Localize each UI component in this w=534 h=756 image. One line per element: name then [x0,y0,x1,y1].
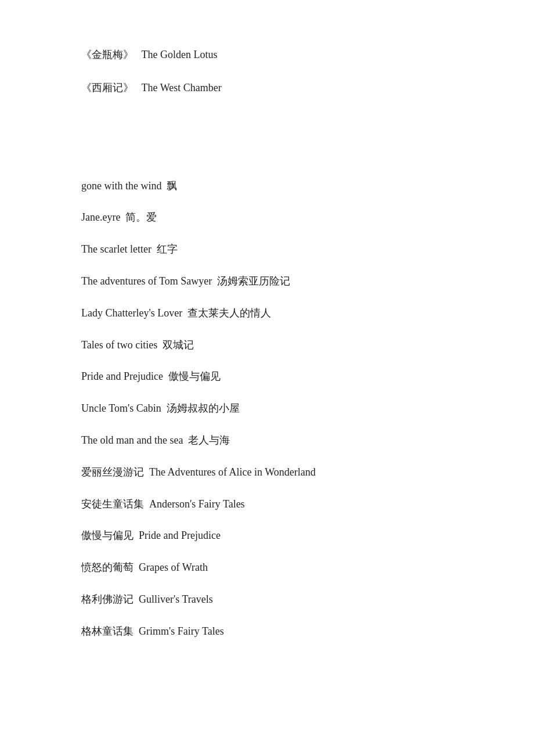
english-title: Jane.eyre [81,211,120,223]
english-title: The old man and the sea [81,434,183,446]
chinese-title: 傲慢与偏见 [81,530,134,541]
english-title: Grapes of Wrath [139,561,208,573]
bottom-book-entry: 傲慢与偏见 Pride and Prejudice [81,527,453,544]
chinese-title: 汤姆索亚历险记 [217,275,290,287]
chinese-title: 红字 [157,243,178,255]
english-title: Gulliver's Travels [139,593,213,605]
bottom-book-entry: The adventures of Tom Sawyer 汤姆索亚历险记 [81,273,453,290]
chinese-title: 《金瓶梅》 [81,49,134,60]
bottom-book-entry: 格利佛游记 Gulliver's Travels [81,591,453,608]
bottom-book-entry: Tales of two cities 双城记 [81,337,453,354]
chinese-title: 愤怒的葡萄 [81,561,134,573]
bottom-book-entry: Lady Chatterley's Lover 查太莱夫人的情人 [81,305,453,322]
chinese-title: 汤姆叔叔的小屋 [167,402,240,414]
english-title: The adventures of Tom Sawyer [81,275,212,287]
chinese-title: 双城记 [163,339,194,351]
bottom-book-entry: Jane.eyre 简。爱 [81,209,453,226]
top-section: 《金瓶梅》 The Golden Lotus《西厢记》 The West Cha… [81,46,453,96]
bottom-book-entry: 格林童话集 Grimm's Fairy Tales [81,623,453,640]
bottom-book-entry: 爱丽丝漫游记 The Adventures of Alice in Wonder… [81,464,453,481]
english-title: Pride and Prejudice [81,370,163,382]
chinese-title: 傲慢与偏见 [168,370,221,382]
bottom-book-entry: 安徒生童话集 Anderson's Fairy Tales [81,496,453,513]
english-title: Grimm's Fairy Tales [139,625,224,637]
english-title: Lady Chatterley's Lover [81,307,182,319]
top-book-entry: 《西厢记》 The West Chamber [81,80,453,96]
english-title: The West Chamber [142,82,222,93]
chinese-title: 简。爱 [125,211,157,223]
english-title: The scarlet letter [81,243,151,255]
bottom-section: gone with the wind 飘Jane.eyre 简。爱The sca… [81,178,453,640]
bottom-book-entry: The old man and the sea 老人与海 [81,432,453,449]
chinese-title: 《西厢记》 [81,82,134,93]
bottom-book-entry: 愤怒的葡萄 Grapes of Wrath [81,559,453,576]
chinese-title: 格林童话集 [81,625,134,637]
divider [81,131,453,178]
english-title: The Golden Lotus [142,49,218,60]
bottom-book-entry: Uncle Tom's Cabin 汤姆叔叔的小屋 [81,400,453,417]
english-title: The Adventures of Alice in Wonderland [149,466,316,478]
chinese-title: 飘 [167,180,177,192]
chinese-title: 安徒生童话集 [81,498,144,510]
top-book-entry: 《金瓶梅》 The Golden Lotus [81,46,453,63]
bottom-book-entry: gone with the wind 飘 [81,178,453,195]
chinese-title: 查太莱夫人的情人 [187,307,271,319]
chinese-title: 爱丽丝漫游记 [81,466,144,478]
chinese-title: 老人与海 [188,434,230,446]
chinese-title: 格利佛游记 [81,593,134,605]
english-title: Uncle Tom's Cabin [81,402,161,414]
bottom-book-entry: The scarlet letter 红字 [81,241,453,258]
english-title: Pride and Prejudice [139,530,221,541]
english-title: gone with the wind [81,180,161,192]
bottom-book-entry: Pride and Prejudice 傲慢与偏见 [81,368,453,385]
english-title: Anderson's Fairy Tales [149,498,245,510]
english-title: Tales of two cities [81,339,157,351]
